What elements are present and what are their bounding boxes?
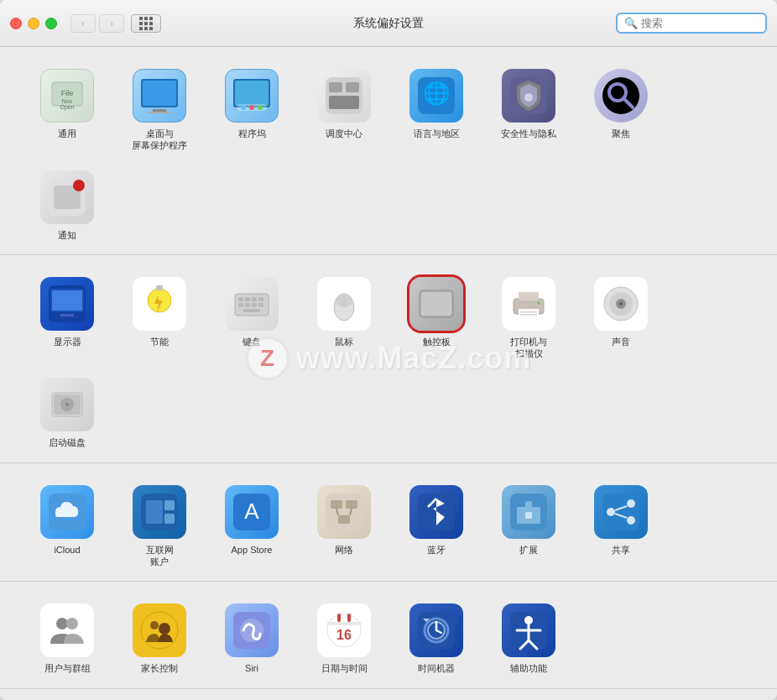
trackpad-icon-svg — [416, 284, 456, 324]
svg-point-64 — [65, 403, 69, 406]
svg-rect-41 — [238, 303, 243, 307]
bluetooth-icon-svg — [416, 492, 456, 532]
search-input[interactable] — [641, 17, 750, 29]
svg-point-21 — [524, 93, 533, 102]
display-item[interactable]: 显示器 — [25, 272, 109, 365]
bluetooth-item[interactable]: 蓝牙 — [394, 480, 478, 573]
missioncontrol-label: 调度中心 — [326, 128, 362, 139]
internet-section: iCloud 互联网账户 — [0, 463, 777, 582]
nav-buttons: ‹ › — [70, 14, 124, 33]
security-icon — [502, 69, 555, 123]
mouse-item[interactable]: 鼠标 — [302, 272, 386, 365]
internet-item[interactable]: 互联网账户 — [117, 480, 201, 573]
printer-icon — [502, 277, 555, 331]
svg-point-12 — [249, 105, 254, 110]
sharing-label: 共享 — [612, 544, 630, 556]
users-icon — [40, 603, 94, 657]
datetime-item[interactable]: 16 日期与时间 — [302, 598, 386, 679]
internet-icon-svg — [139, 492, 180, 532]
svg-rect-32 — [60, 314, 74, 316]
svg-rect-38 — [245, 297, 250, 301]
dock-icon-svg — [232, 76, 272, 116]
security-label: 安全性与隐私 — [501, 128, 556, 139]
missioncontrol-icon-svg — [324, 76, 364, 116]
dock-label: 程序坞 — [238, 128, 266, 139]
sound-label: 声音 — [612, 336, 630, 347]
forward-icon: › — [110, 18, 113, 29]
siri-label: Siri — [245, 662, 258, 674]
language-label: 语言与地区 — [414, 128, 460, 139]
svg-rect-54 — [520, 311, 537, 313]
svg-rect-72 — [326, 494, 362, 530]
energy-icon-svg — [139, 284, 180, 324]
bluetooth-icon — [409, 485, 463, 539]
spotlight-item[interactable]: 聚焦 — [579, 64, 663, 157]
notification-item[interactable]: 通知 — [25, 165, 109, 246]
missioncontrol-item[interactable]: 调度中心 — [302, 64, 386, 157]
svg-rect-17 — [329, 96, 359, 109]
svg-rect-68 — [164, 500, 175, 510]
svg-rect-9 — [235, 81, 269, 106]
timemachine-item[interactable]: 时间机器 — [394, 598, 478, 679]
users-item[interactable]: 用户与群组 — [25, 598, 109, 679]
siri-icon — [225, 603, 279, 657]
svg-rect-80 — [525, 512, 532, 519]
icloud-item[interactable]: iCloud — [25, 480, 109, 573]
icloud-icon-svg — [47, 492, 87, 532]
language-icon: 🌐 — [409, 69, 463, 123]
network-item[interactable]: 网络 — [302, 480, 386, 573]
extensions-label: 扩展 — [519, 544, 538, 556]
startup-item[interactable]: 启动磁盘 — [25, 373, 109, 453]
svg-text:16: 16 — [336, 628, 352, 642]
extensions-item[interactable]: 扩展 — [487, 480, 571, 573]
svg-point-84 — [627, 516, 635, 525]
keyboard-item[interactable]: 键盘 — [210, 272, 294, 365]
grid-view-button[interactable] — [131, 14, 161, 33]
printer-item[interactable]: 打印机与扫描仪 — [487, 272, 571, 365]
siri-item[interactable]: Siri — [210, 598, 294, 679]
display-icon-svg — [47, 284, 87, 324]
desktop-icon-svg — [139, 76, 180, 116]
minimize-button[interactable] — [28, 18, 39, 29]
forward-button[interactable]: › — [99, 14, 124, 33]
parental-label: 家长控制 — [141, 662, 178, 674]
svg-text:Nov: Nov — [62, 98, 73, 104]
accessibility-icon — [502, 603, 555, 657]
trackpad-item[interactable]: 触控板 — [394, 272, 478, 365]
datetime-icon: 16 — [317, 603, 371, 657]
svg-rect-6 — [153, 109, 166, 112]
titlebar: ‹ › 系统偏好设置 🔍 — [0, 0, 777, 47]
language-icon-svg: 🌐 — [416, 76, 456, 116]
display-icon — [40, 277, 94, 331]
startup-label: 启动磁盘 — [49, 436, 86, 448]
spotlight-icon — [594, 69, 648, 123]
sharing-item[interactable]: 共享 — [579, 480, 663, 573]
back-button[interactable]: ‹ — [70, 14, 96, 33]
energy-item[interactable]: 节能 — [117, 272, 201, 365]
parental-item[interactable]: 家长控制 — [117, 598, 201, 679]
svg-rect-97 — [327, 622, 361, 625]
svg-rect-45 — [243, 309, 260, 312]
appstore-label: App Store — [232, 544, 273, 556]
hardware-icons-grid: 显示器 节能 — [25, 272, 752, 454]
desktop-item[interactable]: 桌面与屏幕保护程序 — [117, 64, 201, 157]
general-item[interactable]: File Nov Open 通用 — [25, 64, 109, 157]
svg-rect-33 — [55, 316, 79, 318]
svg-point-27 — [73, 180, 85, 191]
accessibility-item[interactable]: 辅助功能 — [487, 598, 571, 679]
security-item[interactable]: 安全性与隐私 — [487, 64, 571, 157]
language-item[interactable]: 🌐 语言与地区 — [394, 64, 478, 157]
dock-item[interactable]: 程序坞 — [210, 64, 294, 157]
search-box[interactable]: 🔍 — [616, 13, 767, 34]
svg-point-83 — [627, 499, 635, 508]
search-icon: 🔍 — [624, 17, 638, 29]
close-button[interactable] — [10, 18, 22, 29]
maximize-button[interactable] — [45, 18, 57, 29]
svg-point-13 — [258, 105, 263, 110]
grid-icon — [139, 17, 153, 30]
svg-point-60 — [619, 302, 623, 306]
network-icon-svg — [324, 492, 364, 532]
appstore-item[interactable]: A App Store — [210, 480, 294, 573]
sound-item[interactable]: 声音 — [579, 272, 663, 365]
svg-rect-42 — [245, 303, 250, 307]
